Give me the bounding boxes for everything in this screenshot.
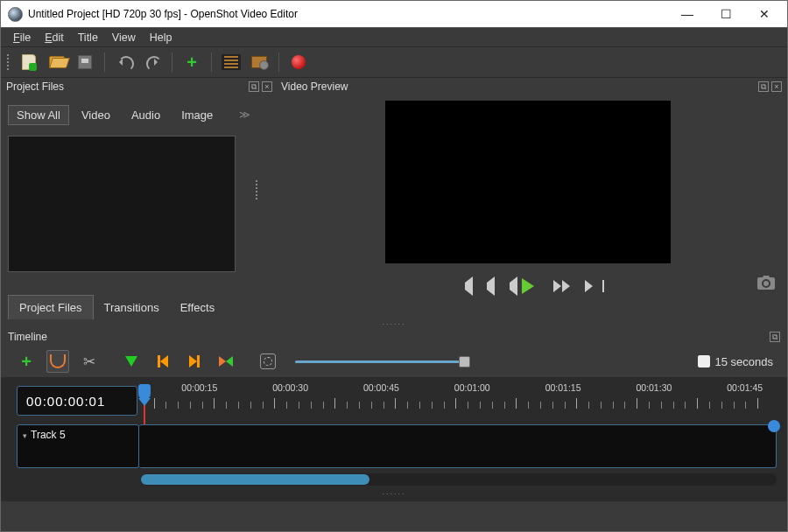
timeline-scrollbar[interactable] bbox=[141, 473, 777, 486]
track-header[interactable]: ▾Track 5 bbox=[17, 424, 139, 468]
ruler-tick bbox=[504, 402, 505, 409]
open-project-button[interactable] bbox=[46, 52, 67, 73]
panel-undock-button[interactable]: ⧉ bbox=[758, 81, 769, 92]
gear-icon bbox=[260, 354, 276, 369]
center-playhead-button[interactable] bbox=[215, 350, 237, 373]
film-icon bbox=[222, 54, 241, 70]
project-file-thumbnail[interactable] bbox=[8, 136, 236, 272]
magnet-icon bbox=[50, 354, 66, 368]
panels-header: Project Files ⧉ × Video Preview ⧉ × bbox=[1, 78, 787, 95]
titlebar: Untitled Project [HD 720p 30 fps] - Open… bbox=[1, 1, 787, 27]
save-project-button[interactable] bbox=[74, 52, 95, 73]
video-preview[interactable] bbox=[385, 101, 671, 263]
panel-splitter[interactable]: ······ bbox=[1, 319, 787, 328]
jump-end-button[interactable] bbox=[585, 279, 604, 293]
ruler-tick bbox=[419, 402, 420, 409]
panel-undock-button[interactable]: ⧉ bbox=[249, 81, 259, 92]
ruler-tick bbox=[383, 402, 384, 409]
play-button[interactable] bbox=[518, 279, 538, 293]
tab-transitions[interactable]: Transitions bbox=[94, 296, 170, 319]
panel-resize-handle[interactable] bbox=[255, 179, 258, 200]
menu-view[interactable]: View bbox=[105, 30, 143, 46]
ruler-label: 00:00:30 bbox=[272, 382, 308, 393]
ruler-tick bbox=[334, 398, 335, 409]
menu-help[interactable]: Help bbox=[143, 30, 179, 46]
ruler-tick bbox=[226, 402, 227, 409]
ruler-label: 00:00:15 bbox=[181, 382, 217, 393]
ruler-label: 00:01:15 bbox=[545, 382, 581, 393]
project-files-area[interactable] bbox=[8, 127, 262, 293]
vertical-scroll-thumb[interactable] bbox=[768, 420, 780, 432]
ruler-tick bbox=[757, 398, 758, 409]
scrollbar-thumb[interactable] bbox=[141, 474, 369, 485]
zoom-slider[interactable] bbox=[295, 360, 470, 363]
timeline-ruler[interactable]: 00:00:1500:00:3000:00:4500:01:0000:01:15… bbox=[141, 382, 777, 424]
razor-button[interactable]: ✂ bbox=[78, 350, 101, 373]
record-icon bbox=[292, 55, 306, 69]
filter-image[interactable]: Image bbox=[172, 105, 222, 125]
jump-start-button[interactable] bbox=[452, 279, 471, 293]
new-file-icon bbox=[22, 54, 36, 70]
panel-undock-button[interactable]: ⧉ bbox=[770, 332, 780, 342]
snapshot-button[interactable] bbox=[757, 276, 775, 294]
film-settings-icon bbox=[251, 56, 267, 68]
filter-show-all[interactable]: Show All bbox=[8, 105, 69, 125]
filter-tabs: Show All Video Audio Image ≫ bbox=[8, 102, 262, 127]
tab-effects[interactable]: Effects bbox=[170, 296, 226, 319]
panel-close-button[interactable]: × bbox=[771, 81, 782, 92]
ruler-tick bbox=[371, 402, 372, 409]
menu-title[interactable]: Title bbox=[71, 30, 105, 46]
filter-audio[interactable]: Audio bbox=[123, 105, 169, 125]
close-button[interactable]: ✕ bbox=[745, 2, 784, 26]
ruler-tick bbox=[673, 402, 674, 409]
chevron-down-icon: ▾ bbox=[23, 431, 27, 440]
menu-edit[interactable]: Edit bbox=[38, 30, 71, 46]
ruler-tick bbox=[190, 402, 191, 409]
ruler-tick bbox=[516, 398, 517, 409]
zoom-label: 15 seconds bbox=[698, 355, 774, 368]
zoom-slider-knob[interactable] bbox=[459, 356, 470, 368]
ruler-tick bbox=[721, 402, 722, 409]
minimize-button[interactable]: — bbox=[668, 2, 707, 26]
fast-forward-button[interactable] bbox=[552, 279, 571, 293]
previous-marker-button[interactable] bbox=[151, 350, 174, 373]
ruler-label: 00:00:45 bbox=[363, 382, 399, 393]
track-row: ▾Track 5 bbox=[1, 424, 787, 468]
tab-project-files[interactable]: Project Files bbox=[8, 295, 94, 319]
menu-file[interactable]: File bbox=[6, 30, 38, 46]
ruler-tick bbox=[347, 402, 348, 409]
expand-filters-icon[interactable]: ≫ bbox=[239, 108, 250, 121]
ruler-tick bbox=[263, 402, 264, 409]
ruler-tick bbox=[624, 402, 625, 409]
playhead[interactable] bbox=[138, 384, 151, 400]
snapping-button[interactable] bbox=[46, 350, 69, 373]
track-lane[interactable] bbox=[139, 424, 777, 468]
timeline-header: Timeline ⧉ bbox=[1, 328, 787, 346]
redo-button[interactable] bbox=[142, 52, 163, 73]
add-marker-button[interactable] bbox=[120, 350, 143, 373]
rewind-button[interactable] bbox=[485, 279, 504, 293]
ruler-tick bbox=[432, 402, 433, 409]
left-bottom-tabs: Project Files Transitions Effects bbox=[8, 293, 262, 319]
toolbar-separator bbox=[278, 52, 279, 72]
ruler-tick bbox=[238, 402, 239, 409]
timecode-display[interactable]: 00:00:00:01 bbox=[17, 386, 137, 416]
timeline-settings-button[interactable] bbox=[257, 350, 279, 373]
panel-splitter[interactable]: ······ bbox=[1, 486, 787, 501]
import-files-button[interactable]: + bbox=[181, 52, 202, 73]
plus-icon: + bbox=[21, 353, 32, 370]
new-project-button[interactable] bbox=[18, 52, 39, 73]
save-icon bbox=[78, 55, 92, 69]
project-files-title: Project Files bbox=[6, 80, 64, 93]
add-track-button[interactable]: + bbox=[15, 350, 38, 373]
video-preview-panel bbox=[269, 95, 787, 319]
maximize-button[interactable]: ☐ bbox=[707, 2, 745, 26]
choose-profile-button[interactable] bbox=[221, 52, 242, 73]
export-button[interactable] bbox=[249, 52, 270, 73]
next-marker-button[interactable] bbox=[183, 350, 206, 373]
panel-close-button[interactable]: × bbox=[262, 81, 272, 92]
ruler-tick bbox=[552, 402, 553, 409]
record-button[interactable] bbox=[288, 52, 309, 73]
undo-button[interactable] bbox=[114, 52, 135, 73]
filter-video[interactable]: Video bbox=[73, 105, 119, 125]
